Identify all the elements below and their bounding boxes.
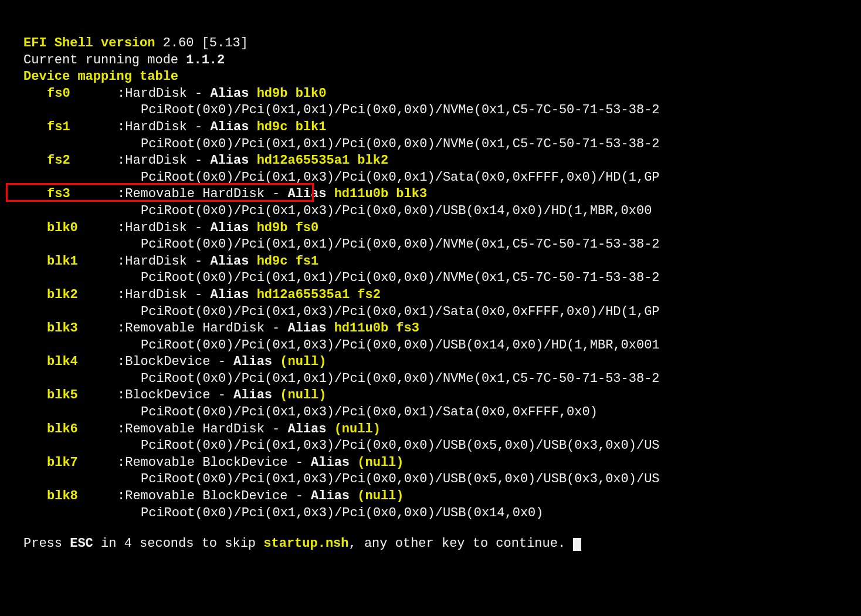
shell-version-label: EFI Shell version (23, 36, 163, 50)
device-row: fs0:HardDisk - Alias hd9b blk0 (23, 86, 861, 103)
device-name: blk2 (47, 287, 117, 304)
device-name: fs1 (47, 119, 117, 136)
device-name: blk7 (47, 455, 117, 472)
running-mode-line: Current running mode 1.1.2 (23, 52, 861, 69)
device-type: :HardDisk - (117, 120, 210, 134)
device-path: PciRoot(0x0)/Pci(0x1,0x1)/Pci(0x0,0x0)/N… (23, 270, 861, 287)
alias-label: Alias (287, 422, 334, 436)
alias-label: Alias (210, 287, 256, 302)
alias-label: Alias (210, 86, 256, 101)
footer-esc-key: ESC (70, 536, 93, 551)
alias-value: (null) (357, 489, 404, 503)
device-name: blk1 (47, 253, 117, 270)
device-name: blk0 (47, 220, 117, 237)
footer-prompt: Press ESC in 4 seconds to skip startup.n… (23, 536, 861, 553)
device-row: blk0:HardDisk - Alias hd9b fs0 (23, 220, 861, 237)
device-type: :Removable HardDisk - (117, 321, 287, 336)
alias-value: hd11u0b blk3 (334, 187, 427, 201)
device-type: :BlockDevice - (117, 354, 233, 369)
footer-mid1: in 4 seconds to skip (93, 536, 263, 551)
device-row: blk6:Removable HardDisk - Alias (null) (23, 421, 861, 438)
alias-label: Alias (311, 455, 357, 470)
cursor-icon (573, 538, 581, 551)
alias-value: hd12a65535a1 fs2 (257, 287, 381, 302)
device-type: :HardDisk - (117, 86, 210, 101)
device-type: :Removable HardDisk - (117, 422, 287, 436)
footer-mid2: , any other key to continue. (349, 536, 574, 551)
device-path: PciRoot(0x0)/Pci(0x1,0x3)/Pci(0x0,0x0)/U… (23, 505, 861, 522)
device-mapping-header: Device mapping table (23, 69, 861, 86)
device-path: PciRoot(0x0)/Pci(0x1,0x3)/Pci(0x0,0x0)/U… (23, 438, 861, 455)
device-path: PciRoot(0x0)/Pci(0x1,0x3)/Pci(0x0,0x0)/U… (23, 337, 861, 354)
device-type: :Removable HardDisk - (117, 187, 287, 201)
device-path: PciRoot(0x0)/Pci(0x1,0x3)/Pci(0x0,0x1)/S… (23, 170, 861, 187)
alias-value: hd9c fs1 (257, 254, 319, 269)
device-type: :HardDisk - (117, 254, 210, 269)
device-row: fs3:Removable HardDisk - Alias hd11u0b b… (23, 186, 861, 203)
device-type: :Removable BlockDevice - (117, 455, 311, 470)
shell-version-value: 2.60 [5.13] (163, 36, 248, 50)
alias-label: Alias (287, 187, 334, 201)
device-path: PciRoot(0x0)/Pci(0x1,0x1)/Pci(0x0,0x0)/N… (23, 136, 861, 153)
device-type: :HardDisk - (117, 221, 210, 235)
alias-value: (null) (357, 455, 404, 470)
device-name: fs3 (47, 186, 117, 203)
alias-label: Alias (210, 120, 256, 134)
alias-label: Alias (311, 489, 357, 503)
device-mapping-table: fs0:HardDisk - Alias hd9b blk0PciRoot(0x… (23, 86, 861, 522)
device-path: PciRoot(0x0)/Pci(0x1,0x1)/Pci(0x0,0x0)/N… (23, 371, 861, 388)
alias-value: hd9b blk0 (257, 86, 327, 101)
device-type: :HardDisk - (117, 287, 210, 302)
device-name: fs0 (47, 86, 117, 103)
alias-value: hd9b fs0 (257, 221, 319, 235)
footer-press: Press (23, 536, 70, 551)
device-path: PciRoot(0x0)/Pci(0x1,0x3)/Pci(0x0,0x0)/U… (23, 471, 861, 488)
device-path: PciRoot(0x0)/Pci(0x1,0x3)/Pci(0x0,0x0)/U… (23, 203, 861, 220)
alias-label: Alias (233, 388, 280, 402)
alias-value: hd12a65535a1 blk2 (257, 153, 388, 168)
device-name: blk6 (47, 421, 117, 438)
device-name: blk8 (47, 488, 117, 505)
alias-value: (null) (334, 422, 381, 436)
device-path: PciRoot(0x0)/Pci(0x1,0x3)/Pci(0x0,0x1)/S… (23, 304, 861, 321)
device-row: blk5:BlockDevice - Alias (null) (23, 387, 861, 404)
device-row: blk1:HardDisk - Alias hd9c fs1 (23, 253, 861, 270)
device-row: blk7:Removable BlockDevice - Alias (null… (23, 455, 861, 472)
device-name: blk4 (47, 354, 117, 371)
alias-label: Alias (210, 221, 256, 235)
device-name: fs2 (47, 153, 117, 170)
alias-value: (null) (280, 388, 326, 402)
alias-label: Alias (287, 321, 334, 336)
device-name: blk3 (47, 320, 117, 337)
device-path: PciRoot(0x0)/Pci(0x1,0x1)/Pci(0x0,0x0)/N… (23, 236, 861, 253)
device-row: blk2:HardDisk - Alias hd12a65535a1 fs2 (23, 287, 861, 304)
efi-shell-screen: EFI Shell version 2.60 [5.13] Current ru… (0, 0, 861, 553)
running-mode-value: 1.1.2 (186, 53, 225, 67)
device-path: PciRoot(0x0)/Pci(0x1,0x1)/Pci(0x0,0x0)/N… (23, 102, 861, 119)
running-mode-label: Current running mode (23, 53, 186, 67)
device-row: blk8:Removable BlockDevice - Alias (null… (23, 488, 861, 505)
device-row: blk3:Removable HardDisk - Alias hd11u0b … (23, 320, 861, 337)
device-row: blk4:BlockDevice - Alias (null) (23, 354, 861, 371)
shell-version-line: EFI Shell version 2.60 [5.13] (23, 35, 861, 52)
device-type: :Removable BlockDevice - (117, 489, 311, 503)
device-row: fs2:HardDisk - Alias hd12a65535a1 blk2 (23, 153, 861, 170)
alias-label: Alias (210, 153, 256, 168)
device-type: :HardDisk - (117, 153, 210, 168)
alias-value: hd9c blk1 (257, 120, 327, 134)
footer-script-name: startup.nsh (263, 536, 348, 551)
alias-label: Alias (233, 354, 280, 369)
device-path: PciRoot(0x0)/Pci(0x1,0x3)/Pci(0x0,0x1)/S… (23, 404, 861, 421)
alias-value: (null) (280, 354, 326, 369)
device-name: blk5 (47, 387, 117, 404)
device-type: :BlockDevice - (117, 388, 233, 402)
device-row: fs1:HardDisk - Alias hd9c blk1 (23, 119, 861, 136)
alias-value: hd11u0b fs3 (334, 321, 419, 336)
alias-label: Alias (210, 254, 256, 269)
